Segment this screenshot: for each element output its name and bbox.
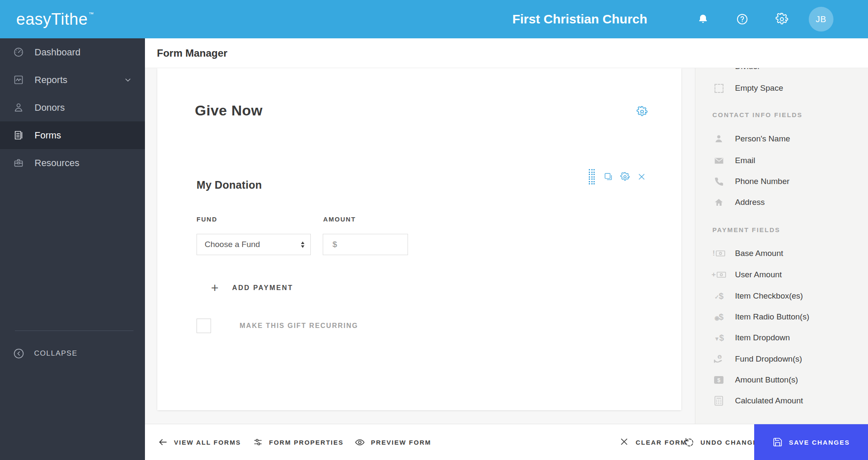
preview-form-label: PREVIEW FORM — [371, 439, 431, 446]
top-bar: easyTithe™ First Christian Church — [0, 0, 868, 38]
remove-block-button[interactable] — [637, 172, 646, 181]
collapse-label: COLLAPSE — [34, 349, 78, 358]
page-title: Form Manager — [157, 47, 227, 59]
hand-coin-icon: $ — [712, 353, 725, 365]
sidebar-item-reports[interactable]: Reports — [0, 66, 145, 94]
view-all-forms-button[interactable]: VIEW ALL FORMS — [158, 424, 241, 460]
gear-icon — [637, 106, 648, 117]
dollar-button-icon: $ — [712, 374, 725, 386]
calculator-icon — [712, 394, 725, 407]
field-item-empty-space[interactable]: Empty Space — [695, 80, 868, 96]
field-item-amount-buttons[interactable]: $ Amount Button(s) — [695, 372, 868, 388]
recurring-checkbox[interactable] — [197, 319, 211, 333]
sidebar-divider — [15, 331, 133, 331]
amount-input[interactable] — [323, 234, 408, 255]
sidebar-item-label: Resources — [35, 158, 79, 169]
empty-space-icon — [712, 82, 725, 95]
undo-changes-button[interactable]: UNDO CHANGES — [684, 424, 763, 460]
person-icon — [712, 132, 725, 145]
gear-icon — [620, 172, 630, 181]
save-floppy-icon — [773, 437, 783, 447]
phone-icon — [712, 175, 725, 188]
field-item-base-amount[interactable]: ! Base Amount — [695, 246, 868, 261]
clear-form-button[interactable]: CLEAR FORM — [619, 424, 687, 460]
field-item-item-dropdown[interactable]: ▼$ Item Dropdown — [695, 330, 868, 345]
resources-briefcase-icon — [13, 157, 24, 169]
close-icon — [619, 437, 630, 447]
sidebar-item-dashboard[interactable]: Dashboard — [0, 38, 145, 66]
church-name: First Christian Church — [512, 0, 648, 38]
field-item-label: Divider — [735, 68, 760, 71]
dashboard-gauge-icon — [13, 46, 24, 58]
save-changes-label: SAVE CHANGES — [789, 439, 850, 446]
field-item-calculated-amount[interactable]: Calculated Amount — [695, 393, 868, 408]
chevron-down-icon — [124, 76, 132, 84]
drag-handle-icon[interactable] — [587, 172, 596, 181]
duplicate-block-button[interactable] — [604, 172, 613, 181]
user-avatar[interactable]: JB — [809, 7, 833, 32]
field-item-label: Person's Name — [735, 134, 790, 144]
field-item-label: Phone Number — [735, 177, 790, 186]
sidebar-item-resources[interactable]: Resources — [0, 149, 145, 177]
field-item-label: Item Checkbox(es) — [735, 291, 803, 301]
home-icon — [712, 196, 725, 209]
panel-section-header-payment: PAYMENT FIELDS — [712, 222, 780, 237]
field-item-label: Base Amount — [735, 249, 783, 258]
form-properties-button[interactable]: FORM PROPERTIES — [253, 424, 344, 460]
reports-chart-icon — [13, 74, 24, 86]
field-item-label: Calculated Amount — [735, 396, 803, 405]
save-changes-button[interactable]: SAVE CHANGES — [754, 424, 868, 460]
field-item-phone-number[interactable]: Phone Number — [695, 174, 868, 189]
logo-text: easyTithe — [16, 10, 88, 29]
svg-text:$: $ — [717, 377, 720, 383]
view-all-forms-label: VIEW ALL FORMS — [174, 439, 241, 446]
notifications-button[interactable] — [694, 0, 712, 38]
sliders-icon — [253, 437, 263, 447]
arrow-left-icon — [158, 437, 168, 447]
svg-text:$: $ — [719, 355, 721, 359]
field-item-item-checkboxes[interactable]: ✓$ Item Checkbox(es) — [695, 288, 868, 304]
sidebar-item-label: Forms — [35, 130, 61, 141]
field-item-label: Item Radio Button(s) — [735, 312, 809, 322]
sidebar-item-donors[interactable]: Donors — [0, 94, 145, 121]
recurring-row: MAKE THIS GIFT RECURRING — [197, 319, 358, 333]
chevron-left-circle-icon — [13, 348, 25, 359]
settings-button[interactable] — [773, 0, 790, 38]
add-payment-button[interactable]: + ADD PAYMENT — [211, 280, 293, 296]
avatar-initials: JB — [816, 14, 826, 24]
preview-form-button[interactable]: PREVIEW FORM — [355, 424, 431, 460]
field-item-persons-name[interactable]: Person's Name — [695, 131, 868, 147]
left-sidebar: Dashboard Reports — [0, 38, 145, 460]
field-item-label: Address — [735, 198, 765, 207]
clear-form-label: CLEAR FORM — [636, 439, 687, 446]
field-item-email[interactable]: Email — [695, 153, 868, 168]
fund-selected-value: Choose a Fund — [205, 240, 260, 249]
bill-plus-icon: + — [712, 268, 725, 281]
close-icon — [637, 172, 646, 181]
block-settings-button[interactable] — [620, 172, 630, 181]
copy-icon — [604, 172, 613, 181]
field-item-address[interactable]: Address — [695, 195, 868, 210]
field-item-user-amount[interactable]: + User Amount — [695, 267, 868, 282]
donation-section-title: My Donation — [197, 179, 262, 191]
field-item-label: User Amount — [735, 270, 782, 279]
sidebar-item-label: Donors — [35, 102, 65, 113]
help-button[interactable] — [734, 0, 751, 38]
field-item-label: Empty Space — [735, 83, 783, 93]
form-properties-label: FORM PROPERTIES — [269, 439, 344, 446]
logo-trademark: ™ — [89, 12, 94, 17]
field-item-divider[interactable]: Divider — [695, 68, 868, 74]
collapse-sidebar-button[interactable]: COLLAPSE — [0, 342, 145, 365]
field-item-label: Item Dropdown — [735, 333, 790, 342]
sidebar-item-label: Reports — [35, 75, 67, 86]
form-settings-button[interactable] — [637, 106, 648, 117]
easytithe-logo[interactable]: easyTithe™ — [16, 0, 94, 38]
radio-dollar-icon: ◉$ — [712, 310, 725, 323]
fund-select[interactable]: Choose a Fund — [197, 234, 311, 255]
panel-section-header-contact: CONTACT INFO FIELDS — [712, 107, 803, 122]
field-item-fund-dropdowns[interactable]: $ Fund Dropdown(s) — [695, 351, 868, 367]
field-item-label: Amount Button(s) — [735, 375, 798, 385]
field-item-item-radio-buttons[interactable]: ◉$ Item Radio Button(s) — [695, 309, 868, 325]
fields-panel: Divider Empty Space CONTACT INFO FIELDS … — [695, 68, 868, 424]
sidebar-item-forms[interactable]: Forms — [0, 121, 145, 149]
